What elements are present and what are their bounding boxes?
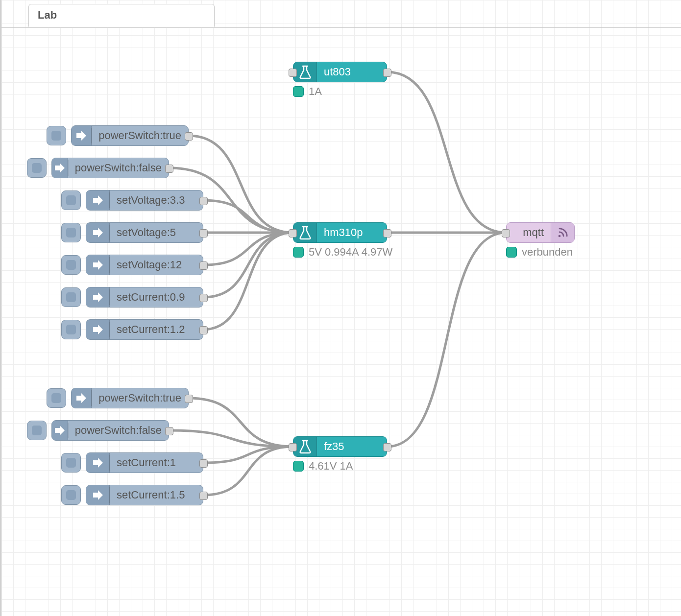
mqtt-icon-slot <box>551 223 574 242</box>
inject-arrow-icon <box>74 391 89 405</box>
inject-icon-slot <box>86 485 110 505</box>
inject-arrow-icon <box>91 258 105 272</box>
mqtt-label: mqtt <box>507 226 551 239</box>
inject-trigger[interactable] <box>61 255 81 275</box>
output-port[interactable] <box>199 326 208 334</box>
inject-node-a0[interactable]: powerSwitch:true <box>71 125 189 146</box>
wire[interactable] <box>203 200 293 233</box>
inject-label: powerSwitch:false <box>68 162 169 174</box>
inject-arrow-icon <box>74 128 89 143</box>
tab-label: Lab <box>38 9 57 22</box>
inject-arrow-icon <box>91 322 105 337</box>
output-port[interactable] <box>383 443 391 451</box>
inject-icon-slot <box>86 320 110 339</box>
inject-icon-slot <box>86 453 110 473</box>
inject-label: powerSwitch:false <box>68 424 169 437</box>
wire[interactable] <box>387 233 506 447</box>
inject-trigger[interactable] <box>61 485 81 505</box>
inject-icon-slot <box>86 190 110 210</box>
output-port[interactable] <box>165 165 173 173</box>
inject-node-a4[interactable]: setVoltage:12 <box>86 255 203 275</box>
inject-label: setCurrent:1 <box>110 456 183 469</box>
output-port[interactable] <box>199 459 208 468</box>
output-port[interactable] <box>165 427 173 435</box>
inject-node-b0[interactable]: powerSwitch:true <box>71 388 189 408</box>
output-port[interactable] <box>199 261 208 270</box>
lab-flask-icon <box>299 65 311 79</box>
lab-node-fz35[interactable]: fz35 <box>293 436 387 457</box>
output-port[interactable] <box>199 492 208 500</box>
output-port[interactable] <box>199 197 208 205</box>
output-port[interactable] <box>383 69 391 77</box>
inject-node-a3[interactable]: setVoltage:5 <box>86 222 203 243</box>
inject-trigger[interactable] <box>61 453 81 473</box>
inject-arrow-icon <box>91 225 105 240</box>
output-port[interactable] <box>185 395 193 403</box>
output-port[interactable] <box>199 229 208 237</box>
inject-arrow-icon <box>52 161 67 175</box>
lab-icon-slot <box>293 437 317 456</box>
status-text: 1A <box>309 85 322 98</box>
lab-node-hm310p[interactable]: hm310p <box>293 222 387 243</box>
inject-icon-slot <box>52 158 68 178</box>
output-port[interactable] <box>383 229 391 237</box>
inject-trigger[interactable] <box>47 388 66 408</box>
inject-label: setVoltage:12 <box>110 259 189 271</box>
wire[interactable] <box>203 447 293 463</box>
inject-node-a1[interactable]: powerSwitch:false <box>51 158 169 178</box>
status-text: 5V 0.994A 4.97W <box>309 246 392 259</box>
inject-arrow-icon <box>52 423 67 438</box>
inject-trigger[interactable] <box>61 190 81 210</box>
wire[interactable] <box>189 398 293 447</box>
inject-node-b3[interactable]: setCurrent:1.5 <box>86 485 203 505</box>
status-dot <box>506 247 517 258</box>
inject-icon-slot <box>72 126 92 145</box>
inject-arrow-icon <box>91 290 105 305</box>
flow-canvas[interactable]: Lab powerSwitch:truepowerSwitch:falseset… <box>0 0 681 616</box>
inject-icon-slot <box>86 255 110 275</box>
input-port[interactable] <box>289 443 297 451</box>
status-dot <box>293 461 304 472</box>
status-text: verbunden <box>522 246 573 259</box>
wire[interactable] <box>203 233 293 265</box>
inject-label: powerSwitch:true <box>92 392 188 404</box>
node-status: verbunden <box>506 246 573 259</box>
wire[interactable] <box>189 136 293 233</box>
wire[interactable] <box>203 447 293 495</box>
wire[interactable] <box>203 233 293 297</box>
inject-label: setCurrent:1.5 <box>110 489 192 501</box>
wire[interactable] <box>387 72 506 233</box>
inject-node-b2[interactable]: setCurrent:1 <box>86 452 203 473</box>
lab-flask-icon <box>299 225 311 240</box>
inject-node-a2[interactable]: setVoltage:3.3 <box>86 190 203 211</box>
inject-trigger[interactable] <box>27 158 47 178</box>
inject-node-b1[interactable]: powerSwitch:false <box>51 420 169 441</box>
lab-flask-icon <box>299 439 311 454</box>
lab-node-ut803[interactable]: ut803 <box>293 62 387 82</box>
inject-node-a5[interactable]: setCurrent:0.9 <box>86 287 203 308</box>
wire[interactable] <box>169 430 293 447</box>
svg-point-0 <box>558 235 560 237</box>
input-port[interactable] <box>289 229 297 237</box>
inject-trigger[interactable] <box>47 126 66 145</box>
inject-arrow-icon <box>91 193 105 208</box>
lab-icon-slot <box>293 62 317 82</box>
inject-arrow-icon <box>91 455 105 470</box>
inject-label: setCurrent:1.2 <box>110 323 192 336</box>
input-port[interactable] <box>502 229 510 237</box>
input-port[interactable] <box>289 69 297 77</box>
lab-label: hm310p <box>317 226 370 239</box>
mqtt-node[interactable]: mqtt <box>506 222 575 243</box>
inject-icon-slot <box>52 421 68 440</box>
inject-trigger[interactable] <box>61 320 81 339</box>
inject-arrow-icon <box>91 488 105 502</box>
inject-trigger[interactable] <box>61 287 81 307</box>
output-port[interactable] <box>185 132 193 141</box>
inject-node-a6[interactable]: setCurrent:1.2 <box>86 319 203 340</box>
lab-icon-slot <box>293 223 317 242</box>
tab-lab[interactable]: Lab <box>28 4 215 27</box>
output-port[interactable] <box>199 294 208 302</box>
inject-trigger[interactable] <box>61 223 81 242</box>
wire[interactable] <box>203 233 293 330</box>
inject-trigger[interactable] <box>27 421 47 440</box>
